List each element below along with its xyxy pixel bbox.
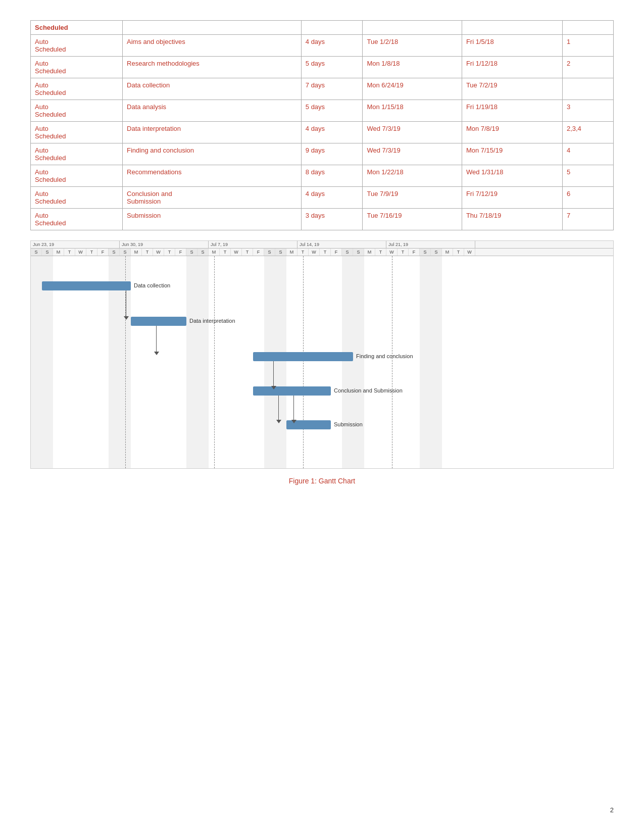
table-cell-0-5 <box>562 21 613 35</box>
gantt-arrow-head <box>276 420 281 423</box>
gantt-vertical-line <box>214 256 215 468</box>
gantt-col-stripe <box>220 256 231 468</box>
gantt-day-cell: W <box>464 249 475 256</box>
table-row: Scheduled <box>31 21 614 35</box>
gantt-day-cell: T <box>242 249 253 256</box>
gantt-col-stripe <box>320 256 331 468</box>
gantt-col-stripe <box>309 256 320 468</box>
table-row: Auto ScheduledData collection7 daysMon 6… <box>31 78 614 100</box>
table-cell-2-0: Auto Scheduled <box>31 57 123 78</box>
table-cell-6-4: Mon 7/15/19 <box>462 143 562 165</box>
gantt-bar-label: Finding and conclusion <box>356 353 413 359</box>
table-cell-9-2: 3 days <box>301 209 363 230</box>
gantt-col-stripe <box>231 256 242 468</box>
gantt-day-cell: F <box>409 249 420 256</box>
gantt-col-stripe <box>453 256 464 468</box>
table-cell-9-0: Auto Scheduled <box>31 209 123 230</box>
gantt-day-cell: T <box>453 249 464 256</box>
gantt-bar <box>131 317 186 326</box>
gantt-bar-label: Data interpretation <box>189 318 235 324</box>
gantt-day-cell: F <box>97 249 109 256</box>
table-cell-7-3: Mon 1/22/18 <box>363 165 462 187</box>
gantt-arrow-line <box>278 396 279 420</box>
gantt-day-cell: W <box>386 249 398 256</box>
gantt-bar-label: Data collection <box>134 282 170 288</box>
table-cell-1-0: Auto Scheduled <box>31 35 123 57</box>
table-cell-7-2: 8 days <box>301 165 363 187</box>
gantt-bar <box>42 281 131 290</box>
table-row: Auto ScheduledData interpretation4 daysW… <box>31 122 614 143</box>
gantt-day-cell: S <box>42 249 53 256</box>
table-row: Auto ScheduledData analysis5 daysMon 1/1… <box>31 100 614 122</box>
gantt-day-cell: T <box>142 249 153 256</box>
table-cell-7-5: 5 <box>562 165 613 187</box>
gantt-col-stripe <box>186 256 197 468</box>
table-cell-1-5: 1 <box>562 35 613 57</box>
table-cell-6-2: 9 days <box>301 143 363 165</box>
table-cell-5-4: Mon 7/8/19 <box>462 122 562 143</box>
gantt-week-label: Jul 14, 19 <box>298 241 386 248</box>
gantt-col-stripe <box>431 256 442 468</box>
table-cell-0-4 <box>462 21 562 35</box>
gantt-arrow-head-3 <box>291 420 296 423</box>
gantt-day-cell: W <box>153 249 164 256</box>
gantt-col-stripe <box>342 256 353 468</box>
table-cell-4-1: Data analysis <box>123 100 302 122</box>
table-cell-6-0: Auto Scheduled <box>31 143 123 165</box>
gantt-col-stripe <box>442 256 453 468</box>
table-cell-3-4: Tue 7/2/19 <box>462 78 562 100</box>
table-cell-6-5: 4 <box>562 143 613 165</box>
gantt-day-cell: T <box>164 249 175 256</box>
table-cell-8-4: Fri 7/12/19 <box>462 187 562 209</box>
gantt-day-cell: S <box>120 249 131 256</box>
gantt-arrow-head-2 <box>271 386 276 389</box>
table-cell-3-2: 7 days <box>301 78 363 100</box>
gantt-col-stripe <box>375 256 386 468</box>
table-cell-8-0: Auto Scheduled <box>31 187 123 209</box>
gantt-col-stripe <box>31 256 42 468</box>
gantt-vertical-line <box>303 256 304 468</box>
table-cell-4-2: 5 days <box>301 100 363 122</box>
gantt-day-cell: T <box>64 249 75 256</box>
table-cell-0-1 <box>123 21 302 35</box>
gantt-day-cell: T <box>375 249 386 256</box>
table-cell-1-3: Tue 1/2/18 <box>363 35 462 57</box>
gantt-day-cell: F <box>331 249 342 256</box>
table-cell-5-1: Data interpretation <box>123 122 302 143</box>
table-cell-4-5: 3 <box>562 100 613 122</box>
gantt-col-stripe <box>364 256 375 468</box>
gantt-day-cell: S <box>186 249 197 256</box>
table-cell-3-3: Mon 6/24/19 <box>363 78 462 100</box>
gantt-day-cell: M <box>209 249 220 256</box>
table-cell-8-5: 6 <box>562 187 613 209</box>
gantt-day-cell: M <box>53 249 64 256</box>
gantt-day-cell: M <box>364 249 375 256</box>
table-cell-2-1: Research methodologies <box>123 57 302 78</box>
table-cell-1-1: Aims and objectives <box>123 35 302 57</box>
gantt-day-cell: W <box>231 249 242 256</box>
table-cell-0-0: Scheduled <box>31 21 123 35</box>
gantt-day-cell: S <box>264 249 275 256</box>
gantt-day-cell: S <box>31 249 42 256</box>
gantt-arrow-connector-3 <box>293 396 294 420</box>
gantt-day-cell: M <box>131 249 142 256</box>
gantt-day-cell: S <box>431 249 442 256</box>
table-row: Auto ScheduledConclusion and Submission4… <box>31 187 614 209</box>
gantt-day-cell: T <box>298 249 309 256</box>
table-cell-4-3: Mon 1/15/18 <box>363 100 462 122</box>
table-cell-7-0: Auto Scheduled <box>31 165 123 187</box>
table-cell-5-2: 4 days <box>301 122 363 143</box>
gantt-col-stripe <box>242 256 253 468</box>
gantt-day-cell: T <box>86 249 97 256</box>
table-cell-6-3: Wed 7/3/19 <box>363 143 462 165</box>
gantt-day-cell: S <box>420 249 431 256</box>
gantt-day-cell: M <box>442 249 453 256</box>
table-cell-2-4: Fri 1/12/18 <box>462 57 562 78</box>
table-row: Auto ScheduledRecommendations8 daysMon 1… <box>31 165 614 187</box>
table-cell-3-0: Auto Scheduled <box>31 78 123 100</box>
gantt-week-label: Jul 21, 19 <box>386 241 475 248</box>
gantt-body: Data collectionData interpretationFindin… <box>31 256 613 468</box>
gantt-day-cell: T <box>320 249 331 256</box>
gantt-col-stripe <box>175 256 186 468</box>
table-cell-1-2: 4 days <box>301 35 363 57</box>
